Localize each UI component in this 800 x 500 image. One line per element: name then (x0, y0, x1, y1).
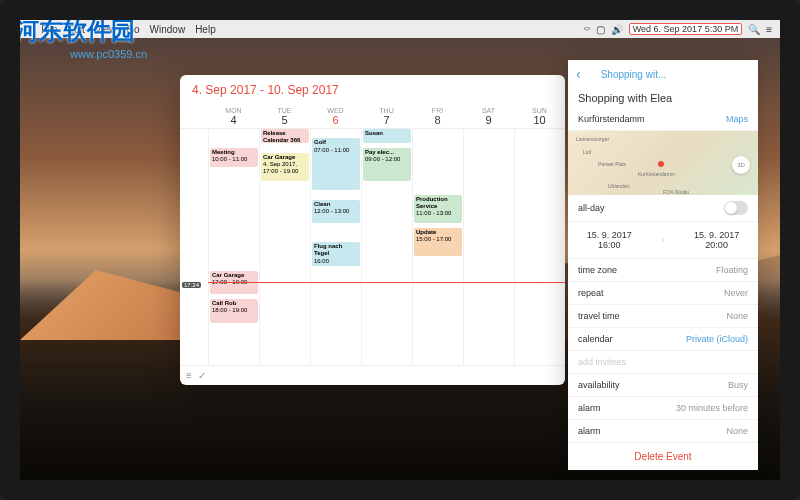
calendar-window: 4. Sep 2017 - 10. Sep 2017 MON4TUE5WED6T… (180, 75, 565, 385)
calendar-event[interactable]: Pay elec...09:00 - 12:00 (363, 148, 411, 181)
calendar-event[interactable]: Release Calendar 366 (261, 129, 309, 143)
detail-row-calendar[interactable]: calendarPrivate (iCloud) (568, 328, 758, 351)
watermark-logo: 河东软件园 (20, 20, 135, 47)
calendar-footer: ≡ ✓ (180, 365, 565, 385)
detail-row-alarm[interactable]: alarm30 minutes before (568, 397, 758, 420)
day-header-fri[interactable]: FRI8 (412, 105, 463, 128)
allday-toggle[interactable] (724, 201, 748, 215)
allday-label: all-day (578, 203, 605, 213)
event-detail-panel: ‹ Shopping wit... Shopping with Elea Kur… (568, 60, 758, 470)
day-slot[interactable]: SusanPay elec...09:00 - 12:00 (361, 129, 412, 365)
detail-row-repeat[interactable]: repeatNever (568, 282, 758, 305)
check-icon[interactable]: ✓ (198, 370, 206, 381)
calendar-event[interactable]: Production Service11:00 - 13:00 (414, 195, 462, 223)
map-3d-button[interactable]: 3D (732, 156, 750, 174)
detail-row-travel-time[interactable]: travel timeNone (568, 305, 758, 328)
day-header-sat[interactable]: SAT9 (463, 105, 514, 128)
calendar-event[interactable]: Flug nach Tegel16:00 (312, 242, 360, 266)
day-header-thu[interactable]: THU7 (361, 105, 412, 128)
day-header-wed[interactable]: WED6 (310, 105, 361, 128)
day-header-mon[interactable]: MON4 (208, 105, 259, 128)
day-slot[interactable]: Meeting10:00 - 11:00Car Garage17:00 - 19… (208, 129, 259, 365)
day-slot[interactable]: Release Calendar 366Car Garage4. Sep 201… (259, 129, 310, 365)
calendar-event[interactable]: Car Garage4. Sep 2017, 17:00 - 19:00 (261, 153, 309, 181)
detail-row-alarm[interactable]: alarmNone (568, 420, 758, 443)
calendar-event[interactable]: Meeting10:00 - 11:00 (210, 148, 258, 167)
week-title: 4. Sep 2017 - 10. Sep 2017 (180, 75, 565, 105)
calendar-event[interactable]: Clean12:00 - 13:00 (312, 200, 360, 224)
location-map[interactable]: Lietzensburger Lidl Pariser Platz Kurfür… (568, 131, 758, 195)
search-icon[interactable]: 🔍 (748, 24, 760, 35)
calendar-event[interactable]: Update15:00 - 17:00 (414, 228, 462, 256)
delete-event-button[interactable]: Delete Event (568, 443, 758, 470)
day-slot[interactable] (463, 129, 514, 365)
watermark-url: www.pc0359.cn (70, 48, 147, 60)
map-pin-icon (658, 161, 664, 167)
menu-window[interactable]: Window (150, 24, 186, 35)
day-slot[interactable]: Production Service11:00 - 13:00SkypeUpda… (412, 129, 463, 365)
detail-row-availability[interactable]: availabilityBusy (568, 374, 758, 397)
detail-row-add-invitees[interactable]: add invitees (568, 351, 758, 374)
detail-header-title: Shopping wit... (601, 69, 667, 80)
menu-help[interactable]: Help (195, 24, 216, 35)
day-header-tue[interactable]: TUE5 (259, 105, 310, 128)
event-title[interactable]: Shopping with Elea (568, 88, 758, 108)
menubar-datetime[interactable]: Wed 6. Sep 2017 5:30 PM (629, 23, 742, 35)
menu-icon[interactable]: ≡ (766, 24, 772, 35)
maps-link[interactable]: Maps (726, 114, 748, 124)
day-slot[interactable] (514, 129, 565, 365)
battery-icon[interactable]: ▢ (596, 24, 605, 35)
detail-row-time-zone[interactable]: time zoneFloating (568, 259, 758, 282)
location-text[interactable]: Kurfürstendamm (578, 114, 645, 124)
wifi-icon[interactable]: ⌔ (584, 24, 590, 35)
calendar-event[interactable]: Susan (363, 129, 411, 143)
calendar-event[interactable]: Call Rob18:00 - 19:00 (210, 299, 258, 323)
back-button[interactable]: ‹ (576, 66, 581, 82)
calendar-event[interactable]: Golf07:00 - 11:00 (312, 138, 360, 190)
day-slot[interactable]: Golf07:00 - 11:00Clean12:00 - 13:00Flug … (310, 129, 361, 365)
volume-icon[interactable]: 🔊 (611, 24, 623, 35)
event-dates[interactable]: 15. 9. 201716:00 › 15. 9. 201720:00 (568, 222, 758, 259)
list-view-icon[interactable]: ≡ (186, 370, 192, 381)
day-header-sun[interactable]: SUN10 (514, 105, 565, 128)
